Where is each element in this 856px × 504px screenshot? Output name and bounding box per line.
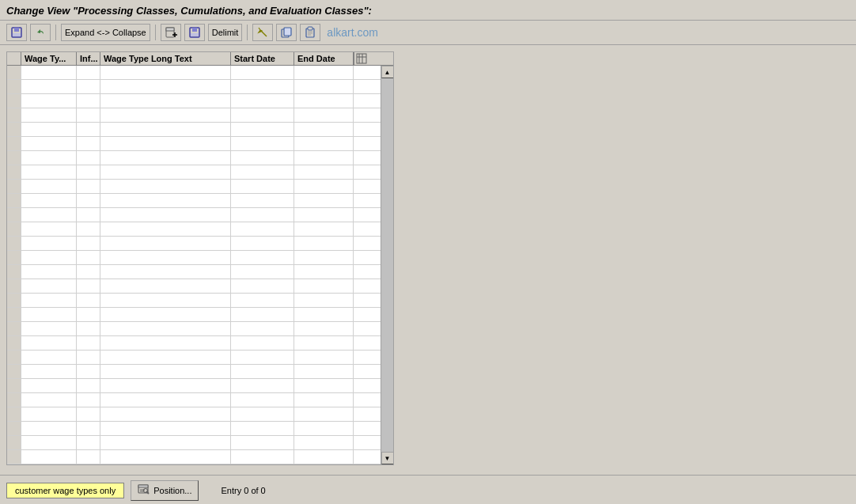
paste-button[interactable] — [300, 24, 320, 41]
table-cell[interactable] — [77, 450, 100, 464]
table-cell[interactable] — [77, 308, 100, 321]
table-cell[interactable] — [100, 208, 231, 222]
table-row[interactable] — [7, 251, 381, 265]
table-cell[interactable] — [231, 308, 294, 321]
table-cell[interactable] — [100, 450, 231, 464]
table-cell[interactable] — [21, 208, 77, 222]
table-cell[interactable] — [21, 365, 77, 378]
table-cell[interactable] — [231, 336, 294, 350]
table-cell[interactable] — [231, 422, 294, 435]
table-row[interactable] — [7, 365, 381, 379]
table-cell[interactable] — [77, 66, 100, 79]
table-row[interactable] — [7, 407, 381, 422]
table-row[interactable] — [7, 66, 381, 80]
table-cell[interactable] — [231, 180, 294, 193]
table-cell[interactable] — [294, 123, 354, 136]
table-cell[interactable] — [100, 365, 231, 378]
table-cell[interactable] — [294, 294, 354, 307]
row-selector[interactable] — [7, 222, 21, 236]
table-cell[interactable] — [77, 365, 100, 378]
table-row[interactable] — [7, 108, 381, 123]
table-cell[interactable] — [100, 137, 231, 150]
table-cell[interactable] — [100, 351, 231, 364]
table-cell[interactable] — [100, 66, 231, 79]
table-cell[interactable] — [100, 379, 231, 392]
table-cell[interactable] — [294, 165, 354, 179]
position-button[interactable]: Position... — [131, 480, 199, 501]
row-selector[interactable] — [7, 94, 21, 108]
row-selector[interactable] — [7, 279, 21, 293]
table-row[interactable] — [7, 436, 381, 450]
table-row[interactable] — [7, 336, 381, 351]
row-selector[interactable] — [7, 294, 21, 307]
table-cell[interactable] — [100, 94, 231, 108]
copy-button[interactable] — [276, 24, 297, 41]
table-row[interactable] — [7, 208, 381, 222]
table-cell[interactable] — [21, 407, 77, 421]
table-cell[interactable] — [231, 265, 294, 279]
table-cell[interactable] — [77, 151, 100, 165]
table-cell[interactable] — [294, 80, 354, 93]
table-cell[interactable] — [21, 450, 77, 464]
table-cell[interactable] — [294, 108, 354, 122]
new-entries-button[interactable] — [161, 24, 181, 41]
table-row[interactable] — [7, 294, 381, 308]
customer-wage-types-button[interactable]: customer wage types only — [6, 483, 124, 498]
table-cell[interactable] — [77, 393, 100, 407]
table-cell[interactable] — [294, 94, 354, 108]
row-selector[interactable] — [7, 351, 21, 364]
table-cell[interactable] — [77, 222, 100, 236]
table-cell[interactable] — [294, 137, 354, 150]
table-cell[interactable] — [294, 407, 354, 421]
table-cell[interactable] — [77, 279, 100, 293]
table-row[interactable] — [7, 222, 381, 237]
table-cell[interactable] — [21, 379, 77, 392]
table-cell[interactable] — [231, 151, 294, 165]
table-cell[interactable] — [294, 194, 354, 207]
table-cell[interactable] — [231, 123, 294, 136]
table-cell[interactable] — [294, 222, 354, 236]
table-cell[interactable] — [100, 265, 231, 279]
row-selector[interactable] — [7, 379, 21, 392]
table-cell[interactable] — [77, 294, 100, 307]
table-cell[interactable] — [21, 151, 77, 165]
table-cell[interactable] — [21, 393, 77, 407]
row-selector[interactable] — [7, 422, 21, 435]
table-cell[interactable] — [100, 308, 231, 321]
table-cell[interactable] — [21, 351, 77, 364]
table-cell[interactable] — [231, 194, 294, 207]
row-selector[interactable] — [7, 108, 21, 122]
table-row[interactable] — [7, 137, 381, 151]
table-cell[interactable] — [231, 222, 294, 236]
table-cell[interactable] — [231, 108, 294, 122]
table-cell[interactable] — [294, 436, 354, 449]
table-cell[interactable] — [21, 237, 77, 250]
table-cell[interactable] — [294, 279, 354, 293]
table-cell[interactable] — [100, 436, 231, 449]
table-row[interactable] — [7, 450, 381, 464]
table-cell[interactable] — [231, 66, 294, 79]
table-cell[interactable] — [231, 251, 294, 264]
table-cell[interactable] — [77, 251, 100, 264]
row-selector[interactable] — [7, 450, 21, 464]
table-row[interactable] — [7, 322, 381, 336]
table-cell[interactable] — [100, 393, 231, 407]
row-selector[interactable] — [7, 66, 21, 79]
table-cell[interactable] — [294, 322, 354, 335]
table-cell[interactable] — [294, 422, 354, 435]
table-cell[interactable] — [21, 251, 77, 264]
scrollbar[interactable]: ▲ ▼ — [381, 66, 393, 464]
table-cell[interactable] — [77, 237, 100, 250]
table-cell[interactable] — [77, 194, 100, 207]
row-selector[interactable] — [7, 407, 21, 421]
table-cell[interactable] — [100, 108, 231, 122]
table-cell[interactable] — [294, 365, 354, 378]
table-cell[interactable] — [100, 151, 231, 165]
table-cell[interactable] — [294, 450, 354, 464]
table-cell[interactable] — [294, 251, 354, 264]
table-cell[interactable] — [77, 322, 100, 335]
table-row[interactable] — [7, 94, 381, 108]
table-cell[interactable] — [231, 294, 294, 307]
table-row[interactable] — [7, 422, 381, 436]
table-cell[interactable] — [294, 180, 354, 193]
